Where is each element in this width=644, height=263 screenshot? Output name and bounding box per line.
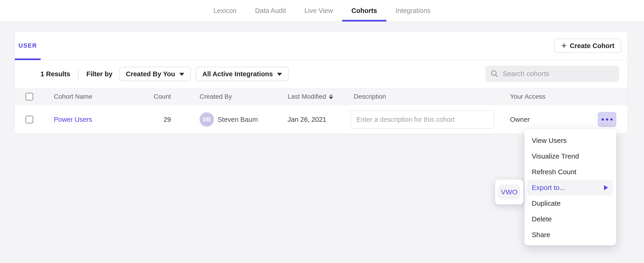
cohort-count-cell: 29	[144, 105, 171, 134]
description-input[interactable]	[350, 110, 494, 129]
menu-item-visualize-trend[interactable]: Visualize Trend	[524, 148, 616, 164]
table-header-row: Cohort Name Count Created By Last Modifi…	[15, 88, 627, 105]
row-context-menu: View Users Visualize Trend Refresh Count…	[524, 129, 616, 245]
plus-icon: +	[561, 41, 566, 50]
create-cohort-button[interactable]: + Create Cohort	[554, 39, 621, 53]
chevron-down-icon	[179, 73, 184, 76]
active-tab-underline	[342, 20, 386, 22]
search-cohorts-box[interactable]	[486, 66, 619, 82]
more-options-icon	[610, 118, 612, 121]
user-tab-underline	[15, 59, 41, 60]
created-by-filter-dropdown[interactable]: Created By You	[120, 67, 191, 81]
header-last-modified[interactable]: Last Modified	[288, 88, 333, 105]
more-options-icon	[602, 118, 604, 121]
last-modified-cell: Jan 26, 2021	[288, 105, 326, 134]
menu-item-delete[interactable]: Delete	[524, 211, 616, 227]
search-cohorts-input[interactable]	[503, 70, 614, 78]
export-submenu: VWO	[495, 180, 524, 204]
select-all-checkbox[interactable]	[26, 93, 33, 101]
more-options-icon	[606, 118, 608, 121]
tab-live-view[interactable]: Live View	[304, 0, 333, 22]
header-description: Description	[354, 88, 386, 105]
cohort-name-link[interactable]: Power Users	[54, 116, 92, 123]
submenu-arrow-icon	[604, 185, 608, 190]
menu-item-view-users[interactable]: View Users	[524, 133, 616, 148]
row-more-options-button[interactable]	[598, 112, 616, 127]
header-your-access: Your Access	[510, 88, 545, 105]
nav-tabs: Lexicon Data Audit Live View Cohorts Int…	[0, 0, 644, 22]
tab-user-label: USER	[18, 42, 37, 49]
integrations-filter-dropdown[interactable]: All Active Integrations	[196, 67, 288, 81]
sort-down-chevron	[329, 97, 333, 99]
description-cell	[350, 110, 494, 129]
cohorts-card: USER + Create Cohort 1 Results Filter by…	[15, 32, 627, 134]
header-created-by: Created By	[200, 88, 232, 105]
tab-integrations[interactable]: Integrations	[396, 0, 431, 22]
menu-item-export-to-label: Export to...	[532, 184, 565, 192]
creator-name: Steven Baum	[218, 105, 258, 134]
tab-cohorts[interactable]: Cohorts	[351, 0, 377, 22]
menu-item-refresh-count[interactable]: Refresh Count	[524, 164, 616, 180]
integrations-filter-value: All Active Integrations	[202, 70, 273, 78]
menu-item-share[interactable]: Share	[524, 227, 616, 243]
sort-icon[interactable]	[329, 94, 333, 99]
tab-user-cohorts[interactable]: USER	[15, 32, 41, 60]
menu-item-export-to[interactable]: Export to...	[528, 180, 613, 195]
chevron-down-icon	[277, 73, 282, 76]
avatar: SB	[200, 112, 214, 127]
created-by-filter-value: Created By You	[126, 70, 175, 78]
row-checkbox[interactable]	[26, 116, 33, 123]
select-all-checkbox-cell	[26, 88, 33, 105]
vertical-divider	[78, 68, 78, 80]
row-checkbox-cell	[26, 105, 33, 134]
header-last-modified-label: Last Modified	[288, 93, 326, 100]
header-cohort-name: Cohort Name	[54, 88, 92, 105]
cohort-type-tabbar: USER + Create Cohort	[15, 32, 627, 60]
sort-up-chevron	[329, 94, 333, 96]
filter-by-label: Filter by	[86, 70, 112, 78]
header-count: Count	[144, 88, 171, 105]
submenu-item-vwo[interactable]: VWO	[498, 184, 520, 200]
search-icon	[490, 70, 498, 78]
menu-item-duplicate[interactable]: Duplicate	[524, 195, 616, 211]
creator-cell: SB	[200, 105, 214, 134]
tab-lexicon[interactable]: Lexicon	[214, 0, 236, 22]
cohort-name-cell: Power Users	[54, 105, 92, 134]
results-count: 1 Results	[40, 70, 70, 78]
top-navigation-bar: Lexicon Data Audit Live View Cohorts Int…	[0, 0, 644, 22]
create-cohort-label: Create Cohort	[570, 42, 614, 50]
tab-data-audit[interactable]: Data Audit	[255, 0, 286, 22]
filter-row: 1 Results Filter by Created By You All A…	[15, 60, 627, 88]
tab-cohorts-label: Cohorts	[351, 7, 377, 15]
